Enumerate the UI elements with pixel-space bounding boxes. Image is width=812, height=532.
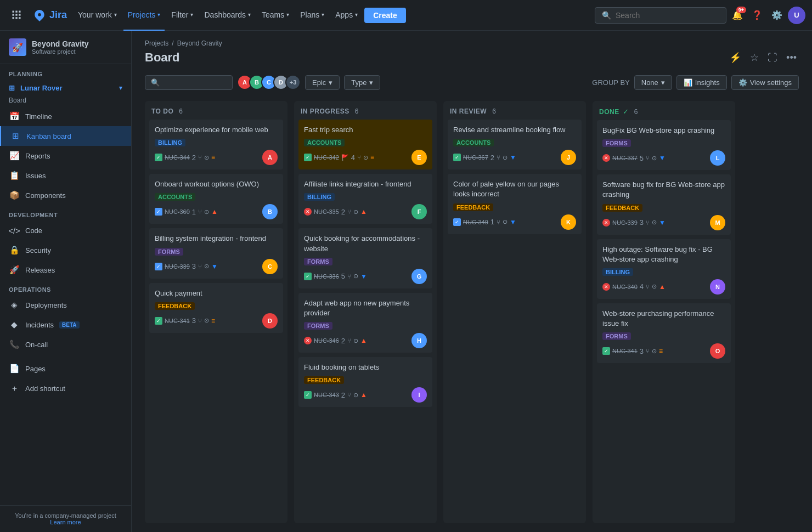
chevron-down-icon: ▾ [369,78,373,87]
story-icon: ✓ [453,154,461,161]
card-count: 2 [341,391,345,399]
settings-button[interactable]: ⚙️ [768,7,786,24]
more-actions-button[interactable]: ••• [784,49,799,66]
type-filter-button[interactable]: Type ▾ [344,75,380,90]
card-tag: FEEDBACK [602,204,642,212]
card-tag: FEEDBACK [155,302,195,310]
column-count-inprogress: 6 [355,107,359,115]
svg-rect-8 [19,17,20,19]
incidents-icon: ◆ [9,319,20,330]
card-id: NUC-340 [612,284,638,290]
card[interactable]: Software bug fix for BG Web-store app cr… [597,174,731,234]
commit-icon: ⊙ [353,273,358,280]
chart-icon: 📊 [684,78,692,87]
card[interactable]: Optimize experience for mobile web BILLI… [149,120,283,169]
branch-icon: ⑂ [497,219,500,225]
card[interactable]: Quick booking for accommodations - websi… [298,228,432,288]
filter-nav[interactable]: Filter ▾ [167,0,198,31]
lunar-rover-group[interactable]: ⊞ Lunar Rover ▾ [0,80,131,97]
chevron-down-icon: ▾ [329,78,332,87]
your-work-nav[interactable]: Your work ▾ [74,0,121,31]
kanban-icon: ⊞ [10,131,21,142]
sidebar-item-reports[interactable]: 📈 Reports [0,146,131,166]
security-label: Security [25,246,51,254]
card[interactable]: High outage: Software bug fix - BG Web-s… [597,239,731,299]
group-by-selector[interactable]: None ▾ [634,75,672,90]
learn-more-link[interactable]: Learn more [50,519,81,525]
board-search-box[interactable]: 🔍 [145,75,233,90]
card-meta: ✓ NUC-343 2 ⑂ ⊙ ▲ I [304,387,427,403]
plans-nav[interactable]: Plans ▾ [296,0,329,31]
board-search-input[interactable] [163,78,227,87]
code-label: Code [25,227,42,235]
help-button[interactable]: ❓ [748,7,766,24]
card[interactable]: Color of pale yellow on our pages looks … [448,174,582,234]
sidebar-item-components[interactable]: 📦 Components [0,185,131,205]
card[interactable]: Onboard workout options (OWO) ACCOUNTS ✓… [149,174,283,224]
chevron-down-icon: ▾ [119,84,122,92]
branch-icon: ⑂ [357,154,361,161]
card-assignee-avatar: O [710,343,725,359]
deployments-label: Deployments [25,301,67,309]
card[interactable]: Quick payment FEEDBACK ✓ NUC-341 3 ⑂ ⊙ ≡… [149,283,283,333]
sidebar-item-issues[interactable]: 📋 Issues [0,166,131,185]
breadcrumb-project[interactable]: Beyond Gravity [177,39,222,47]
card[interactable]: BugFix BG Web-store app crashing FORMS ✕… [597,120,731,170]
branch-icon: ⑂ [198,154,202,161]
sidebar-item-add-shortcut[interactable]: ＋ Add shortcut [0,378,131,398]
card-count: 3 [192,316,196,325]
card-meta: ✓ NUC-360 1 ⑂ ⊙ ▲ B [155,204,278,219]
column-inreview: IN REVIEW 6 Revise and streamline bookin… [443,101,586,523]
column-header-inprogress: IN PROGRESS 6 [294,101,437,120]
create-button[interactable]: Create [364,8,406,23]
card[interactable]: Affiliate links integration - frontend B… [298,174,432,224]
security-icon: 🔒 [9,245,20,256]
card-count: 3 [192,262,196,270]
breadcrumb-projects[interactable]: Projects [145,39,168,47]
teams-nav[interactable]: Teams ▾ [257,0,294,31]
lightning-button[interactable]: ⚡ [727,49,743,66]
dashboards-nav[interactable]: Dashboards ▾ [200,0,255,31]
search-input[interactable] [616,11,719,20]
branch-icon: ⑂ [347,392,351,398]
lunar-rover-label: Lunar Rover [20,84,63,92]
view-settings-button[interactable]: ⚙️ View settings [731,75,799,90]
notifications-button[interactable]: 🔔 9+ [729,7,746,24]
oncall-label: On-call [25,341,48,349]
search-box[interactable]: 🔍 [595,7,726,24]
apps-nav[interactable]: Apps ▾ [331,0,362,31]
bug-icon: ✕ [304,208,312,216]
sidebar-item-releases[interactable]: 🚀 Releases [0,260,131,280]
card[interactable]: Fast trip search ACCOUNTS ✓ NUC-342 🚩 4 … [298,120,432,169]
sidebar-item-code[interactable]: </> Code [0,220,131,240]
sidebar-item-incidents[interactable]: ◆ Incidents BETA [0,315,131,335]
card[interactable]: Revise and streamline booking flow ACCOU… [448,120,582,169]
card[interactable]: Web-store purchasing performance issue f… [597,303,731,363]
app-body: 🚀 Beyond Gravity Software project PLANNI… [0,31,812,532]
card-title: Color of pale yellow on our pages looks … [453,179,576,199]
card[interactable]: Billing system integration - frontend FO… [149,228,283,278]
star-button[interactable]: ☆ [748,49,761,66]
project-header: 🚀 Beyond Gravity Software project [0,31,131,64]
bug-icon: ✕ [602,283,610,291]
card-assignee-avatar: L [710,150,725,166]
sidebar-item-oncall[interactable]: 📞 On-call [0,335,131,354]
sidebar-item-deployments[interactable]: ◈ Deployments [0,295,131,315]
sidebar-item-security[interactable]: 🔒 Security [0,240,131,260]
projects-nav[interactable]: Projects ▾ [123,0,165,31]
sidebar-item-timeline[interactable]: 📅 Timeline [0,106,131,126]
card[interactable]: Fluid booking on tablets FEEDBACK ✓ NUC-… [298,357,432,407]
insights-button[interactable]: 📊 Insights [676,75,727,90]
card[interactable]: Adapt web app no new payments provider F… [298,293,432,353]
card-count: 2 [341,208,345,216]
apps-grid-icon[interactable] [7,0,26,31]
user-avatar[interactable]: U [788,7,805,24]
expand-button[interactable]: ⛶ [765,49,780,66]
epic-filter-button[interactable]: Epic ▾ [305,75,340,90]
add-shortcut-label: Add shortcut [25,384,65,393]
sidebar-item-pages[interactable]: 📄 Pages [0,359,131,378]
pages-icon: 📄 [9,363,20,374]
jira-logo[interactable]: Jira [29,9,71,22]
avatar-filter-more[interactable]: +3 [285,75,301,90]
sidebar-item-kanban[interactable]: ⊞ Kanban board [0,126,131,146]
